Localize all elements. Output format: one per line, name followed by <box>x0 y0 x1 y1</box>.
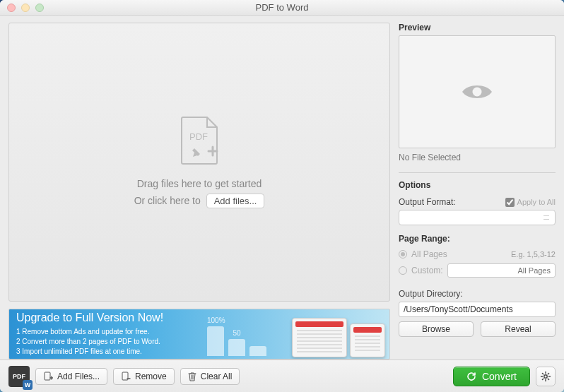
output-dir-label: Output Directory: <box>399 289 556 299</box>
content-area: PDF Drag files here to get started Or cl… <box>0 16 564 360</box>
banner-item: 1 Remove bottom Ads and update for free. <box>16 327 163 337</box>
preview-title: Preview <box>399 23 556 32</box>
pdf-icon-label: PDF <box>189 131 208 142</box>
banner-thumbs <box>292 318 385 357</box>
browse-button[interactable]: Browse <box>399 321 474 337</box>
output-dir-input[interactable] <box>399 302 556 317</box>
custom-radio[interactable] <box>399 266 407 275</box>
svg-point-0 <box>473 88 482 97</box>
svg-rect-1 <box>45 372 50 380</box>
add-files-button[interactable]: Add Files... <box>35 368 107 385</box>
add-files-inline-button[interactable]: Add files... <box>206 194 265 208</box>
trash-icon <box>188 372 196 381</box>
banner-text: Upgrade to Full Version Now! 1 Remove bo… <box>16 311 163 357</box>
convert-button[interactable]: Convert <box>453 367 530 386</box>
eye-icon <box>461 82 493 102</box>
left-pane: PDF Drag files here to get started Or cl… <box>8 23 390 360</box>
banner-item: 3 Import unlimited PDF files at one time… <box>16 347 163 357</box>
custom-label: Custom: <box>411 266 443 275</box>
custom-range-input[interactable] <box>447 263 556 278</box>
add-files-label: Add Files... <box>57 372 100 381</box>
minimize-icon[interactable] <box>21 4 30 12</box>
all-pages-label: All Pages <box>411 249 447 259</box>
apply-all-label: Apply to All <box>517 198 556 206</box>
add-file-icon <box>43 372 53 381</box>
clear-all-label: Clear All <box>201 372 233 381</box>
page-range-example: E.g. 1,5,3-12 <box>511 250 556 259</box>
file-dropzone[interactable]: PDF Drag files here to get started Or cl… <box>8 23 390 302</box>
bottom-toolbar: PDF Add Files... Remove Clear All <box>0 360 564 392</box>
refresh-icon <box>466 372 476 381</box>
remove-label: Remove <box>135 372 167 381</box>
titlebar: PDF to Word <box>0 0 564 16</box>
banner-headline: Upgrade to Full Version Now! <box>16 311 163 324</box>
output-format-label: Output Format: <box>399 197 456 207</box>
apply-all-checkbox[interactable]: Apply to All <box>505 198 556 207</box>
remove-file-icon <box>121 372 131 381</box>
upgrade-banner[interactable]: Upgrade to Full Version Now! 1 Remove bo… <box>8 309 390 360</box>
page-range-label: Page Range: <box>399 234 556 244</box>
preview-box <box>399 35 556 148</box>
banner-item: 2 Convert more than 2 pages of PDF to Wo… <box>16 337 163 347</box>
options-title: Options <box>399 180 556 190</box>
banner-thumb <box>350 323 385 357</box>
bar-label: 100% <box>207 316 224 324</box>
pdf-file-icon: PDF <box>179 116 220 165</box>
preview-status: No File Selected <box>399 153 556 162</box>
all-pages-radio[interactable] <box>399 250 407 259</box>
app-logo-icon: PDF <box>8 366 30 387</box>
bar-label: 50 <box>228 329 245 337</box>
window-title: PDF to Word <box>0 2 564 13</box>
banner-bars-graphic: 100% 50 <box>207 326 266 356</box>
clear-all-button[interactable]: Clear All <box>180 368 240 385</box>
gear-icon <box>540 371 551 382</box>
convert-label: Convert <box>482 371 517 382</box>
dropzone-hint-2-prefix: Or click here to <box>134 195 201 206</box>
svg-point-3 <box>544 374 547 377</box>
remove-button[interactable]: Remove <box>113 368 175 385</box>
right-pane: Preview No File Selected Options Output … <box>399 23 556 360</box>
close-icon[interactable] <box>7 4 16 12</box>
dropzone-hint-2: Or click here to Add files... <box>134 194 265 208</box>
banner-thumb <box>292 318 347 357</box>
traffic-lights <box>0 4 44 12</box>
settings-button[interactable] <box>536 367 556 386</box>
reveal-button[interactable]: Reveal <box>481 321 556 337</box>
app-window: PDF to Word PDF Drag files here to get s… <box>0 0 564 392</box>
zoom-icon[interactable] <box>35 4 44 12</box>
apply-all-input[interactable] <box>505 198 515 207</box>
dropzone-hint-1: Drag files here to get started <box>137 178 262 189</box>
output-format-select[interactable] <box>399 210 556 225</box>
divider <box>399 172 556 173</box>
